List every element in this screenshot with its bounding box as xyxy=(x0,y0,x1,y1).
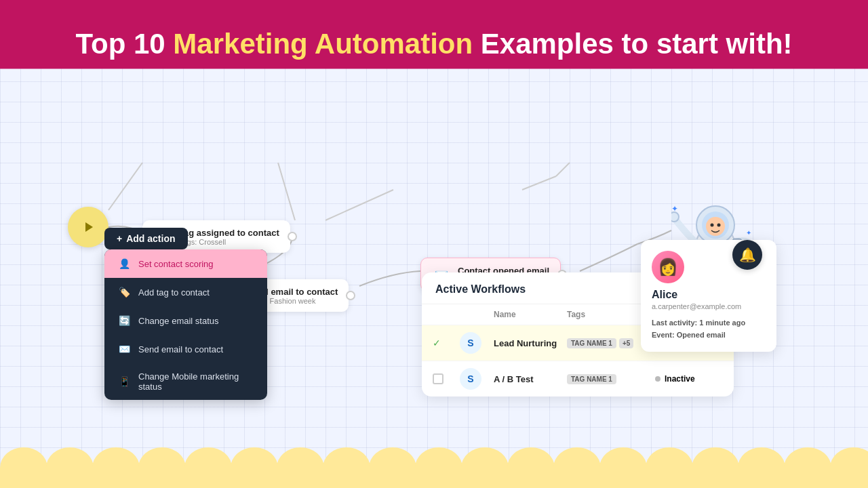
header-title: Top 10 Marketing Automation Examples to … xyxy=(48,27,819,61)
col-check xyxy=(433,310,460,319)
scallop xyxy=(46,447,94,488)
title-highlight: Marketing Automation xyxy=(173,28,473,60)
scallop xyxy=(92,447,140,488)
scallop xyxy=(830,447,868,488)
sync-icon: 🔄 xyxy=(118,314,130,327)
row2-status-label: Inactive xyxy=(665,374,695,384)
action-item-label-send-email: Send email to contact xyxy=(138,344,223,354)
action-item-label-mobile: Change Mobile marketing status xyxy=(138,371,254,392)
svg-point-10 xyxy=(711,224,714,227)
col-icon xyxy=(460,310,494,319)
svg-line-3 xyxy=(522,176,556,190)
avatar-emoji: 👩 xyxy=(658,258,678,277)
row1-tag-more: +5 xyxy=(619,338,633,348)
svg-line-1 xyxy=(278,163,295,220)
tag-menu-icon: 🏷️ xyxy=(118,286,130,298)
title-part1: Top 10 xyxy=(75,28,173,60)
bell-icon: 🔔 xyxy=(739,247,756,263)
row2-status: Inactive xyxy=(655,374,723,384)
last-activity-value: 1 minute ago xyxy=(699,319,745,327)
svg-line-4 xyxy=(556,163,570,176)
phone-icon: 📱 xyxy=(118,375,130,388)
bottom-decoration xyxy=(0,434,868,488)
person-icon: 👤 xyxy=(118,258,130,270)
play-icon xyxy=(80,219,96,235)
avatar: 👩 xyxy=(652,251,684,283)
email-node-connector xyxy=(346,291,355,300)
scallop xyxy=(646,447,693,488)
scallop xyxy=(184,447,232,488)
col-name: Name xyxy=(494,310,567,319)
scallop xyxy=(323,447,370,488)
action-item-label-scoring: Set contact scoring xyxy=(138,259,214,269)
scallop xyxy=(599,447,647,488)
action-item-add-tag[interactable]: 🏷️ Add tag to contact xyxy=(104,278,267,306)
row1-icon: S xyxy=(460,332,481,354)
scallop xyxy=(553,447,601,488)
scallop xyxy=(277,447,324,488)
row1-tag1: TAG NAME 1 xyxy=(567,338,616,348)
action-dropdown: 👤 Set contact scoring 🏷️ Add tag to cont… xyxy=(104,249,267,400)
row1-check: ✓ xyxy=(433,338,460,348)
action-item-label-tag: Add tag to contact xyxy=(138,287,210,298)
row2-icon: S xyxy=(460,368,481,390)
action-item-mobile[interactable]: 📱 Change Mobile marketing status xyxy=(104,363,267,400)
last-activity-label: Last activity: xyxy=(652,319,697,327)
event-label: Event: xyxy=(652,331,675,339)
scallop xyxy=(369,447,416,488)
add-action-button[interactable]: + Add action xyxy=(104,228,188,249)
row2-tags: TAG NAME 1 xyxy=(567,374,655,384)
svg-marker-5 xyxy=(85,222,93,232)
scallop xyxy=(415,447,462,488)
svg-point-9 xyxy=(706,217,725,236)
title-part2: Examples to start with! xyxy=(473,28,792,60)
action-item-label-email-status: Change email status xyxy=(138,316,219,326)
status-dot-inactive xyxy=(655,376,660,382)
profile-email: a.carpenter@example.com xyxy=(652,302,766,310)
scallop xyxy=(0,447,47,488)
event-value: Opened email xyxy=(677,331,726,339)
add-action-label: Add action xyxy=(126,233,175,244)
svg-point-12 xyxy=(671,212,679,222)
scallop xyxy=(507,447,555,488)
tag-node-subtitle: Tags: Crossell xyxy=(179,238,279,246)
scallop xyxy=(784,447,831,488)
tag-node-text: Tag assigned to contact Tags: Crossell xyxy=(179,228,279,246)
profile-name: Alice xyxy=(652,289,766,301)
scallop xyxy=(692,447,739,488)
svg-line-0 xyxy=(108,163,142,210)
action-item-set-scoring[interactable]: 👤 Set contact scoring xyxy=(104,249,267,278)
tag-node-title: Tag assigned to contact xyxy=(179,228,279,238)
svg-line-2 xyxy=(326,190,393,220)
profile-activity: Last activity: 1 minute ago Event: Opene… xyxy=(652,317,766,341)
row2-tag1: TAG NAME 1 xyxy=(567,374,616,384)
start-node[interactable] xyxy=(68,207,108,247)
row2-name: A / B Test xyxy=(494,374,567,384)
svg-text:✦: ✦ xyxy=(746,229,751,237)
table-row[interactable]: S A / B Test TAG NAME 1 Inactive xyxy=(422,361,734,396)
scallop xyxy=(461,447,509,488)
scallop xyxy=(138,447,186,488)
content-area: 🏷️ Tag assigned to contact Tags: Crossel… xyxy=(0,95,868,434)
row1-name: Lead Nurturing xyxy=(494,338,567,348)
add-icon: + xyxy=(117,233,122,244)
action-item-change-email[interactable]: 🔄 Change email status xyxy=(104,306,267,335)
svg-text:✦: ✦ xyxy=(671,204,678,214)
bell-notification[interactable]: 🔔 xyxy=(732,240,762,270)
row2-check xyxy=(433,373,460,384)
email-menu-icon: ✉️ xyxy=(118,343,130,355)
scallop xyxy=(738,447,785,488)
tag-node-connector xyxy=(288,232,297,241)
action-item-send-email[interactable]: ✉️ Send email to contact xyxy=(104,335,267,363)
scallop xyxy=(231,447,278,488)
scallop-container xyxy=(0,447,868,488)
svg-point-11 xyxy=(717,224,721,227)
